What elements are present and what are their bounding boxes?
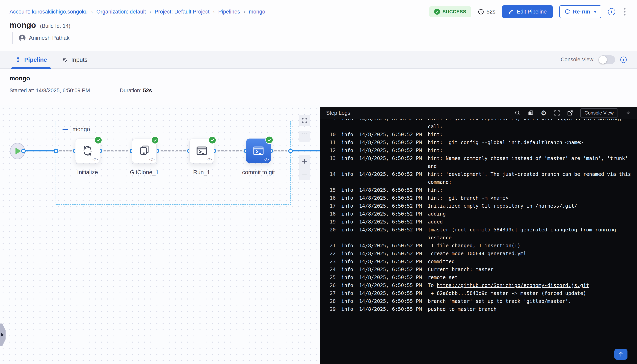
log-timestamp: 14/8/2025, 6:50:52 PM [359, 186, 422, 194]
toggle-knob [599, 56, 607, 64]
page-title: mongo [10, 21, 36, 30]
log-timestamp: 14/8/2025, 6:50:55 PM [359, 305, 422, 313]
log-message: hint: Names commonly chosen instead of '… [428, 154, 634, 170]
success-check-icon [94, 136, 102, 144]
log-line: 27info14/8/2025, 6:50:55 PM + 82a6dbb...… [326, 289, 637, 297]
fullscreen-icon [302, 118, 308, 124]
log-level: info [341, 242, 354, 250]
console-view-button[interactable]: Console View [580, 108, 618, 118]
log-timestamp: 14/8/2025, 6:50:52 PM [359, 258, 422, 266]
log-level: info [341, 186, 354, 194]
log-timestamp: 14/8/2025, 6:50:52 PM [359, 138, 422, 146]
breadcrumb-organization[interactable]: Organization: default [96, 9, 146, 15]
log-message: added [428, 218, 634, 226]
log-line-number: 28 [326, 297, 336, 305]
rerun-icon [564, 9, 570, 14]
settings-gear-icon[interactable]: ⚙ [541, 110, 547, 116]
search-icon[interactable] [514, 110, 520, 116]
inputs-icon [62, 57, 68, 63]
log-timestamp: 14/8/2025, 6:50:52 PM [359, 226, 422, 242]
log-message: remote set [428, 274, 634, 282]
breadcrumb-account[interactable]: Account: kurosakiichigo.songoku [10, 9, 88, 15]
scroll-to-top-button[interactable] [614, 349, 628, 360]
log-level: info [341, 154, 354, 170]
user-avatar-icon [19, 34, 26, 42]
canvas-fullscreen-button[interactable] [299, 115, 310, 126]
log-level: info [341, 194, 354, 202]
pipeline-icon [15, 57, 21, 63]
log-line-number: 26 [326, 282, 336, 289]
step-node-commit-to-git[interactable]: </> [246, 138, 271, 163]
log-message: Initialized empty Git repository in /har… [428, 202, 634, 210]
terminal-icon [196, 145, 208, 157]
log-repo-link[interactable]: https://github.com/Sonichigo/economy-dis… [437, 282, 589, 288]
canvas-select-button[interactable] [299, 130, 310, 142]
log-message: 1 file changed, 1 insertion(+) [428, 242, 634, 250]
expand-left-panel-handle[interactable] [0, 324, 6, 346]
step-node-run1[interactable]: </> [189, 138, 214, 163]
tab-inputs[interactable]: Inputs [57, 51, 92, 68]
log-line-number: 21 [326, 242, 336, 250]
log-message: hint: of your new repositories, which wi… [428, 119, 634, 130]
tab-pipeline[interactable]: Pipeline [10, 51, 52, 68]
open-external-icon[interactable] [567, 110, 573, 116]
log-timestamp: 14/8/2025, 6:50:52 PM [359, 274, 422, 282]
log-line: 26info14/8/2025, 6:50:55 PMTo https://gi… [326, 282, 637, 289]
info-icon[interactable]: i [608, 8, 615, 15]
log-message: hint: git branch -m <name> [428, 194, 634, 202]
log-level: info [341, 226, 354, 242]
rerun-button[interactable]: Re-run ▾ [560, 5, 601, 18]
edge-exit [290, 150, 322, 152]
log-line: 13info14/8/2025, 6:50:52 PMhint: Names c… [326, 154, 637, 170]
zoom-in-button[interactable]: + [302, 156, 307, 166]
more-options-menu[interactable] [622, 7, 628, 17]
step-node-gitclone[interactable]: </> [132, 138, 156, 163]
log-level: info [341, 297, 354, 305]
log-level: info [341, 138, 354, 146]
success-check-icon [434, 9, 440, 15]
log-line-number: 23 [326, 258, 336, 266]
log-message: pushed to master branch [428, 305, 634, 313]
edit-pipeline-label: Edit Pipeline [517, 9, 547, 15]
tab-bar: Pipeline Inputs Console View i [0, 50, 637, 69]
log-line-number: 17 [326, 202, 336, 210]
code-badge: </> [149, 157, 154, 162]
collapse-group-icon[interactable] [62, 129, 68, 130]
log-line-number: 10 [326, 130, 336, 138]
expand-logs-icon[interactable] [554, 110, 560, 116]
edit-pipeline-button[interactable]: Edit Pipeline [502, 5, 553, 18]
log-level: info [341, 146, 354, 154]
log-timestamp: 14/8/2025, 6:50:52 PM [359, 218, 422, 226]
log-line-number: 12 [326, 146, 336, 154]
breadcrumb-pipeline-name[interactable]: mongo [249, 9, 265, 15]
elapsed-text: 52s [486, 8, 496, 15]
log-line-number: 9 [326, 119, 336, 130]
breadcrumb-pipelines[interactable]: Pipelines [218, 9, 240, 15]
main-content: mongo </> Initialize [0, 105, 637, 364]
step-logs-body[interactable]: 9info14/8/2025, 6:50:52 PMhint: of your … [320, 119, 637, 364]
zoom-out-button[interactable]: − [302, 169, 307, 178]
copy-icon[interactable] [528, 110, 534, 116]
log-message: hint: [428, 186, 634, 194]
log-timestamp: 14/8/2025, 6:50:55 PM [359, 289, 422, 297]
log-level: info [341, 170, 354, 186]
log-line-number: 25 [326, 274, 336, 282]
log-line: 22info14/8/2025, 6:50:52 PM create mode … [326, 250, 637, 258]
success-check-icon [266, 136, 273, 144]
console-view-info-icon[interactable]: i [620, 56, 627, 63]
log-timestamp: 14/8/2025, 6:50:52 PM [359, 194, 422, 202]
status-badge: SUCCESS [429, 6, 471, 17]
log-level: info [341, 202, 354, 210]
breadcrumb-project[interactable]: Project: Default Project [155, 9, 210, 15]
download-logs-icon[interactable] [625, 110, 631, 116]
log-timestamp: 14/8/2025, 6:50:55 PM [359, 297, 422, 305]
log-message: create mode 100644 generated.yml [428, 250, 634, 258]
log-timestamp: 14/8/2025, 6:50:52 PM [359, 146, 422, 154]
step-node-initialize[interactable]: </> [75, 138, 100, 163]
log-line: 12info14/8/2025, 6:50:52 PMhint: [326, 146, 637, 154]
canvas-zoom-controls: + − [299, 155, 310, 180]
log-level: info [341, 266, 354, 274]
expand-arrow-icon [1, 333, 4, 337]
edge-connector [21, 149, 26, 153]
console-view-toggle[interactable] [598, 55, 615, 64]
